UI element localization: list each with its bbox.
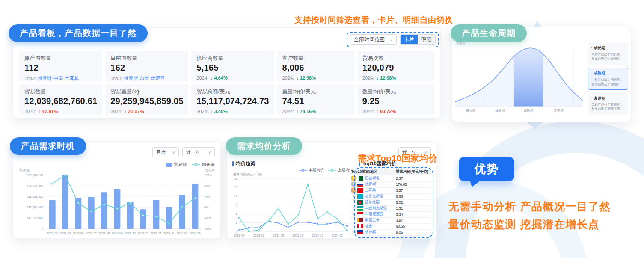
rank-number: 9: [351, 224, 356, 228]
country-link[interactable]: 土耳其: [365, 188, 376, 192]
svg-text:2024-02: 2024-02: [177, 232, 188, 235]
country-link[interactable]: 俄罗斯: [365, 182, 376, 186]
svg-text:431,198,520: 431,198,520: [27, 195, 43, 198]
chevron-down-icon: ∨: [390, 38, 393, 42]
trend-up-indicator: ↑ 47.81%: [39, 109, 58, 114]
advantage-line-1: 无需手动分析 产品概况一目了然: [448, 199, 611, 214]
svg-text:80%: 80%: [204, 184, 210, 187]
svg-text:2023-07: 2023-07: [86, 232, 97, 235]
lifecycle-stage-item[interactable]: 成长期目标产品处于成长期，整体趋势呈快速增长: [588, 42, 628, 65]
trade-amount-bar: [140, 209, 146, 229]
svg-text:2023-08: 2023-08: [273, 234, 284, 237]
svg-text:2023-06: 2023-06: [253, 234, 264, 237]
triangle-decoration: [525, 122, 544, 128]
avg-price-value: 2.37: [394, 175, 431, 181]
svg-text:0: 0: [236, 230, 237, 233]
country-link[interactable]: 孟加拉国: [365, 200, 380, 204]
demand-timing-filters: 月度 ∨ 近一年 ∨: [152, 147, 215, 157]
demand-timing-combo-chart: 0-80%143,732,840-40%287,465,6800%431,198…: [16, 172, 218, 237]
period-select[interactable]: 月度 ∨: [152, 147, 179, 157]
stat-sub: 2024:↓ 4.64%: [196, 75, 269, 80]
range-select[interactable]: 近一年 ∨: [182, 147, 215, 157]
svg-text:6: 6: [236, 212, 237, 215]
stat-value: 29,259,945,859.05: [110, 96, 183, 106]
legend-line-marker-icon: [328, 169, 336, 172]
stat-value: 9.25: [362, 96, 429, 106]
svg-text:投入期: 投入期: [466, 109, 476, 113]
avg-price-value: 5.02: [394, 199, 431, 205]
avg-price-value: 176.65: [394, 181, 431, 187]
country-link[interactable]: 斯里兰卡: [365, 218, 380, 222]
legend-line-marker-icon: [299, 169, 307, 172]
svg-text:2023-04: 2023-04: [234, 234, 245, 237]
lifecycle-stage-name: 成熟期: [591, 71, 625, 76]
trade-amount-bar: [192, 184, 198, 229]
trend-down-indicator: ↓ 12.98%: [296, 75, 316, 80]
lifecycle-stage-desc: 目标产品处于成熟期，整体趋势呈平稳增长: [591, 77, 625, 87]
stat-tile: 客户数量8,0062024:↓ 12.98%: [277, 51, 354, 81]
avg-price-y-axis-label: 重量均价(美元/千克): [233, 172, 262, 177]
view-toggle-card[interactable]: 卡片: [401, 35, 418, 44]
stat-label: 供应商数量: [196, 55, 269, 62]
country-link[interactable]: 乌兹别克斯坦: [365, 206, 387, 210]
stat-label: 贸易次数: [362, 55, 429, 62]
rank-number: 10: [351, 230, 356, 234]
avg-price-trend-title-text: 均价趋势: [236, 160, 255, 167]
country-link[interactable]: 菲律宾: [365, 230, 376, 234]
country-flag-icon: [357, 224, 363, 228]
stat-tile: 贸易次数120,0792024:↓ 12.08%: [357, 51, 434, 81]
stat-tile: 数量均价/美元9.252024:↑ 83.72%: [357, 84, 434, 115]
stat-sub: 2024:↑ 47.81%: [24, 109, 97, 114]
lifecycle-stage-item[interactable]: 衰退期目标产品处于衰退期，整体趋势呈明显下降: [588, 93, 628, 115]
time-range-select[interactable]: 全部时间范围 ∨: [350, 34, 397, 45]
stat-sub: Top3:俄罗斯中国土耳其: [24, 75, 97, 82]
annotation-top10-table: 需求Top10国家均价: [358, 152, 437, 164]
rank-medal-icon: 3: [351, 188, 356, 193]
lifecycle-stage-panel: 成长期目标产品处于成长期，整体趋势呈快速增长成熟期目标产品处于成熟期，整体趋势呈…: [588, 42, 628, 118]
stats-grid: 原产国数量112Top3:俄罗斯中国土耳其目的国数量162Top3:俄罗斯印度肯…: [19, 51, 434, 115]
range-select-value: 近一年: [186, 149, 200, 156]
badge-avg-price: 需求均价分析: [226, 137, 302, 155]
svg-text:2023-10: 2023-10: [293, 234, 304, 237]
top3-country-link[interactable]: 俄罗斯: [124, 76, 138, 81]
country-link[interactable]: 哈萨克斯坦: [365, 194, 383, 198]
svg-text:衰退期: 衰退期: [554, 109, 564, 113]
svg-text:2024-02: 2024-02: [332, 234, 343, 237]
advantage-bubble: 优势: [459, 157, 514, 181]
country-link[interactable]: 巴基斯坦: [365, 176, 380, 180]
trend-up-indicator: ↑ 83.72%: [376, 109, 396, 114]
stat-value: 120,079: [362, 63, 429, 73]
table-row: 2俄罗斯176.65: [350, 181, 431, 187]
avg-price-value: 8.63: [394, 193, 431, 199]
stat-label: 目的国数量: [110, 55, 183, 62]
avg-price-value: 3.97: [394, 217, 431, 223]
table-row: 5孟加拉国5.02: [350, 199, 431, 205]
country-flag-icon: [357, 218, 363, 222]
trade-amount-bar: [127, 202, 134, 229]
lifecycle-stage-desc: 目标产品处于衰退期，整体趋势呈明显下降: [591, 103, 625, 112]
avg-price-value: 60.55: [394, 223, 431, 229]
legend-bar-swatch: [166, 163, 172, 167]
top3-country-link[interactable]: 肯尼亚: [151, 76, 165, 81]
country-link[interactable]: 秘鲁: [365, 224, 372, 228]
badge-product-dashboard: 产品看板，产品数据一目了然: [9, 24, 148, 42]
trade-amount-bar: [101, 192, 107, 229]
top3-country-link[interactable]: 俄罗斯: [38, 76, 52, 81]
lifecycle-stage-item[interactable]: 成熟期目标产品处于成熟期，整体趋势呈平稳增长: [588, 68, 628, 90]
rank-number: 6: [351, 206, 356, 210]
avg-price-value: 1.31: [394, 205, 431, 211]
country-link[interactable]: 印度尼西亚: [365, 212, 383, 216]
demand-timing-legend: 贸易额 增长率: [166, 162, 215, 168]
view-toggle-detail[interactable]: 明细: [418, 35, 435, 44]
svg-text:2023-05: 2023-05: [60, 232, 71, 235]
country-flag-icon: [357, 182, 363, 187]
top3-country-link[interactable]: 土耳其: [65, 76, 79, 81]
country-flag-icon: [357, 176, 363, 181]
stat-sub: 2024:↓ 12.08%: [362, 75, 429, 80]
stat-label: 原产国数量: [24, 55, 97, 62]
svg-text:2023-12: 2023-12: [151, 232, 162, 235]
top3-country-link[interactable]: 中国: [53, 76, 63, 81]
country-flag-icon: [357, 188, 363, 193]
stat-value: 5,165: [196, 63, 269, 73]
top3-country-link[interactable]: 印度: [139, 76, 149, 81]
